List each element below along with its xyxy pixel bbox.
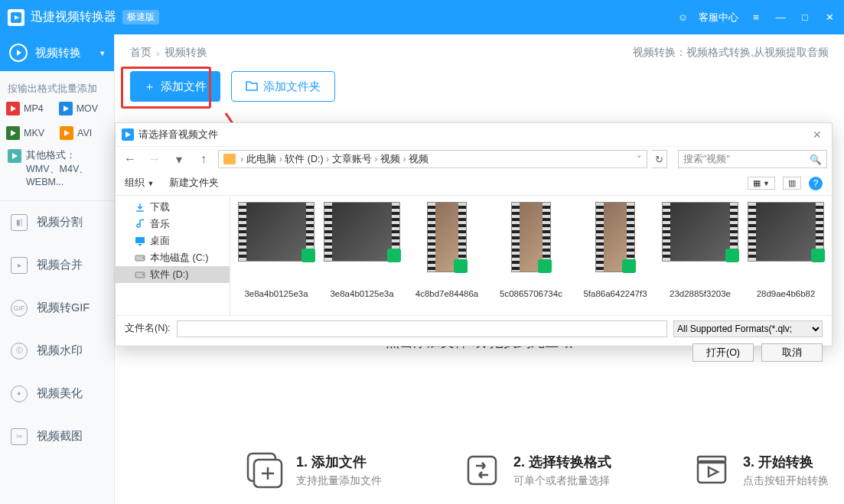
nav-up-icon[interactable]: ↑ [194, 150, 213, 168]
search-placeholder: 搜索"视频" [683, 153, 730, 166]
sidebar-item-4[interactable]: ✦视频美化 [0, 372, 114, 415]
thumbnail [427, 202, 467, 272]
svg-point-28 [142, 274, 144, 275]
desktop-icon [134, 236, 145, 246]
tree-desktop[interactable]: 桌面 [116, 232, 230, 249]
file-filter-select[interactable]: All Supported Formats(*.qlv; [673, 320, 823, 337]
dialog-close-icon[interactable]: × [808, 127, 826, 143]
iqiyi-badge-icon [811, 249, 825, 262]
nav-forward-icon: → [145, 150, 165, 168]
avi-icon [60, 126, 73, 140]
new-folder-button[interactable]: 新建文件夹 [169, 177, 219, 190]
open-button[interactable]: 打开(O) [692, 343, 754, 362]
svg-rect-19 [698, 457, 725, 463]
thumbnail [511, 202, 551, 272]
file-item[interactable]: 3e8a4b0125e3a [324, 202, 400, 309]
iqiyi-badge-icon [454, 259, 468, 273]
refresh-icon[interactable]: ↻ [652, 150, 667, 168]
filename-input[interactable] [177, 320, 667, 337]
help-icon[interactable]: ? [809, 177, 823, 190]
file-open-dialog: 请选择音视频文件 × ← → ▾ ↑ › 此电脑 › 软件 (D:) › 文章账… [115, 122, 833, 346]
nav-icon-1: ▸ [11, 257, 28, 274]
file-item[interactable]: 28d9ae4b6b82 [748, 202, 824, 309]
sidebar-active-video-convert[interactable]: 视频转换 ▾ [0, 34, 114, 71]
tree-music[interactable]: 音乐 [116, 216, 230, 232]
svg-point-26 [142, 257, 144, 259]
sidebar-item-2[interactable]: GIF视频转GIF [0, 287, 114, 330]
add-file-button[interactable]: ＋ 添加文件 [130, 71, 220, 102]
mp4-icon [6, 102, 20, 115]
dialog-app-icon [122, 128, 134, 141]
search-icon: 🔍 [810, 154, 822, 165]
cancel-button[interactable]: 取消 [761, 343, 823, 362]
path-dropdown-icon[interactable]: ˅ [637, 154, 642, 165]
nav-back-icon[interactable]: ← [120, 150, 140, 168]
tree-disk[interactable]: 本地磁盘 (C:) [116, 249, 230, 266]
chevron-down-icon: ▾ [100, 48, 105, 58]
add-folder-label: 添加文件夹 [263, 80, 321, 94]
mkv-icon [6, 126, 20, 140]
nav-recent-icon[interactable]: ▾ [169, 150, 189, 168]
sidebar-item-0[interactable]: ▮|视频分割 [0, 201, 114, 244]
step-3-icon [692, 450, 732, 490]
file-list: 3e8a4b0125e3a3e8a4b0125e3a4c8bd7e84486a5… [230, 196, 832, 315]
file-item[interactable]: 4c8bd7e84486a [409, 202, 484, 309]
format-mov[interactable]: MOV [59, 102, 98, 115]
step-2-icon [462, 450, 502, 490]
service-icon[interactable]: ☺ [678, 11, 688, 23]
svg-marker-20 [709, 467, 718, 476]
svg-rect-17 [468, 457, 496, 484]
disk-icon [134, 252, 145, 263]
dialog-search-input[interactable]: 搜索"视频" 🔍 [678, 150, 827, 168]
organize-button[interactable]: 组织 ▼ [125, 177, 154, 190]
path-folder-icon [223, 154, 236, 164]
breadcrumb-home[interactable]: 首页 [130, 46, 152, 60]
svg-rect-23 [135, 237, 145, 243]
add-folder-button[interactable]: 添加文件夹 [231, 71, 335, 102]
format-avi[interactable]: AVI [60, 126, 92, 140]
svg-rect-24 [138, 244, 142, 245]
maximize-icon[interactable]: □ [798, 11, 812, 24]
app-logo-icon [8, 9, 24, 26]
dialog-toolbar2: 组织 ▼ 新建文件夹 ▦ ▼ ▥ ? [116, 171, 832, 196]
app-name: 迅捷视频转换器 [31, 9, 116, 25]
breadcrumb: 首页 › 视频转换 视频转换：视频格式转换,从视频提取音频 [115, 34, 844, 71]
file-item[interactable]: 5fa86a642247f3 [578, 202, 653, 309]
thumbnail [238, 202, 314, 262]
iqiyi-badge-icon [622, 259, 636, 273]
sidebar-item-1[interactable]: ▸视频合并 [0, 244, 114, 287]
step-1-icon [245, 450, 285, 490]
tree-download[interactable]: 下载 [116, 199, 230, 216]
thumbnail [324, 202, 400, 262]
customer-service-link[interactable]: 客服中心 [699, 11, 738, 24]
file-item[interactable]: 23d2885f3203e [662, 202, 738, 309]
step-1: 1. 添加文件支持批量添加文件 [245, 450, 382, 490]
preview-pane-button[interactable]: ▥ [783, 177, 801, 190]
titlebar-right: ☺ 客服中心 ≡ — □ ✕ [678, 11, 836, 24]
other-format-icon [8, 149, 21, 163]
folder-tree: 下载音乐桌面本地磁盘 (C:)软件 (D:) [116, 196, 230, 315]
file-item[interactable]: 3e8a4b0125e3a [238, 202, 314, 309]
convert-icon [9, 44, 28, 62]
file-item[interactable]: 5c0865706734c [494, 202, 569, 309]
thumbnail [748, 202, 824, 262]
tree-disk[interactable]: 软件 (D:) [116, 266, 230, 283]
nav-icon-2: GIF [11, 300, 28, 317]
download-icon [134, 202, 145, 213]
iqiyi-badge-icon [538, 259, 552, 273]
minimize-icon[interactable]: — [774, 11, 787, 24]
title-bar: 迅捷视频转换器 极速版 ☺ 客服中心 ≡ — □ ✕ [0, 0, 844, 34]
nav-icon-3: Ⓒ [11, 343, 28, 359]
add-file-label: 添加文件 [161, 80, 207, 94]
step-2: 2. 选择转换格式可单个或者批量选择 [462, 450, 611, 490]
dialog-nav-toolbar: ← → ▾ ↑ › 此电脑 › 软件 (D:) › 文章账号 › 视频 › 视频… [116, 146, 832, 171]
sidebar-item-5[interactable]: ✂视频截图 [0, 415, 114, 458]
path-breadcrumb[interactable]: › 此电脑 › 软件 (D:) › 文章账号 › 视频 › 视频 ˅ [218, 150, 647, 168]
close-icon[interactable]: ✕ [823, 11, 836, 24]
format-mkv[interactable]: MKV [6, 126, 44, 140]
sidebar-item-3[interactable]: Ⓒ视频水印 [0, 330, 114, 372]
menu-icon[interactable]: ≡ [749, 11, 763, 24]
view-mode-button[interactable]: ▦ ▼ [748, 177, 775, 190]
other-formats[interactable]: 其他格式：WMV、M4V、WEBM... [0, 146, 114, 200]
format-mp4[interactable]: MP4 [6, 102, 44, 115]
